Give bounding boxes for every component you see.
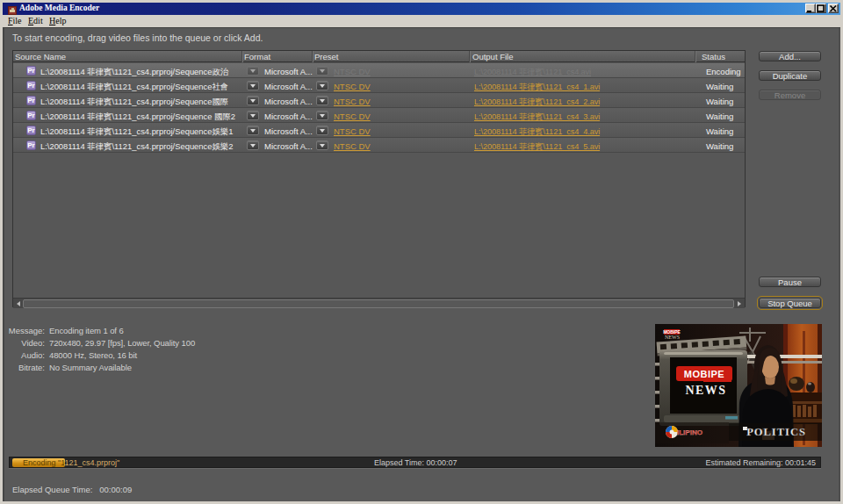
svg-text:NEWS: NEWS xyxy=(685,384,726,397)
svg-text:NEWS: NEWS xyxy=(665,335,680,340)
svg-text:POLITICS: POLITICS xyxy=(746,426,806,438)
svg-text:MOBIPE: MOBIPE xyxy=(684,369,724,379)
svg-text:ILIPINO: ILIPINO xyxy=(677,428,702,436)
